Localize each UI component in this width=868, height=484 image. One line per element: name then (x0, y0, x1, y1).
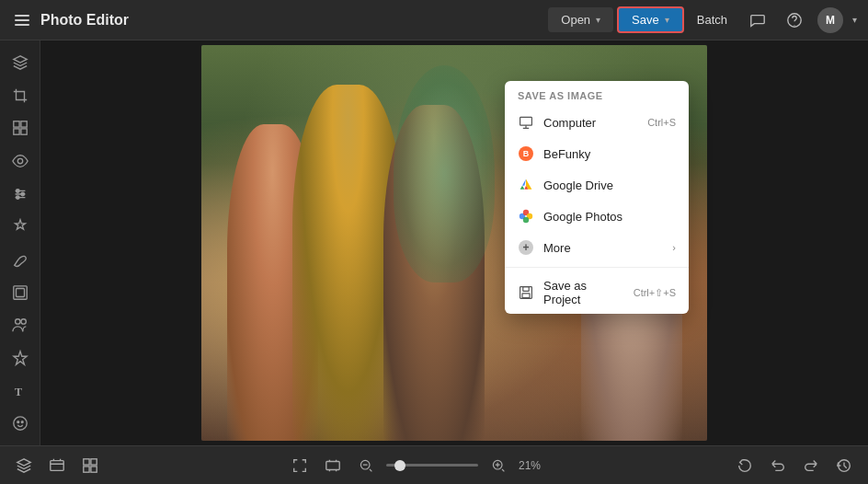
history-undo-button[interactable] (831, 453, 857, 478)
svg-point-26 (523, 217, 529, 223)
svg-rect-1 (13, 121, 18, 127)
sidebar-item-stickers[interactable] (4, 409, 37, 438)
svg-point-5 (17, 158, 22, 163)
bottom-left (11, 453, 103, 478)
save-chevron-icon: ▾ (665, 15, 669, 25)
zoom-slider[interactable] (386, 464, 478, 467)
svg-rect-10 (16, 288, 24, 296)
layers-toggle-button[interactable] (11, 453, 37, 478)
befunky-label: BeFunky (543, 147, 590, 161)
avatar-chevron-icon: ▾ (852, 15, 857, 25)
svg-rect-2 (20, 121, 26, 127)
view-grid-button[interactable] (77, 453, 103, 478)
svg-rect-4 (20, 129, 26, 134)
svg-rect-32 (91, 458, 97, 464)
svg-rect-28 (523, 287, 529, 292)
history-button[interactable] (44, 453, 70, 478)
sidebar-item-layers[interactable] (4, 48, 37, 77)
svg-rect-3 (13, 129, 18, 134)
fit-screen-button[interactable] (287, 453, 313, 478)
topbar: Photo Editor Open ▾ Save ▾ Batch M ▾ (0, 0, 868, 40)
left-sidebar: T (0, 40, 40, 445)
dropdown-header: Save as Image (505, 81, 689, 107)
svg-point-6 (16, 189, 19, 192)
sidebar-item-view[interactable] (4, 146, 37, 176)
save-button[interactable]: Save ▾ (617, 6, 684, 33)
avatar[interactable]: M (817, 7, 843, 33)
bottom-center: 21% (110, 453, 725, 478)
sidebar-item-paint[interactable] (4, 245, 37, 274)
svg-point-16 (21, 421, 23, 423)
zoom-label: 21% (519, 459, 548, 472)
rotate-left-button[interactable] (732, 453, 758, 478)
svg-marker-19 (522, 179, 526, 186)
svg-rect-17 (520, 117, 532, 125)
bottombar: 21% (0, 445, 868, 484)
save-project-label: Save as Project (543, 279, 624, 306)
svg-point-7 (20, 192, 24, 196)
svg-rect-34 (91, 466, 97, 471)
svg-point-12 (20, 319, 25, 324)
svg-rect-29 (522, 294, 530, 298)
sidebar-item-text[interactable]: T (4, 376, 37, 406)
main-area: T Save as Image (0, 40, 868, 445)
open-button[interactable]: Open ▾ (548, 7, 613, 32)
zoom-out-button[interactable] (353, 453, 379, 478)
save-project-item[interactable]: Save as Project Ctrl+⇧+S (505, 271, 689, 314)
sidebar-item-adjustments[interactable] (4, 179, 37, 209)
svg-text:T: T (14, 386, 22, 398)
topbar-right: M ▾ (744, 6, 857, 34)
svg-rect-31 (84, 458, 89, 464)
actual-size-button[interactable] (320, 453, 346, 478)
google-photos-label: Google Photos (543, 210, 622, 224)
chat-button[interactable] (744, 6, 771, 34)
bottom-right (732, 453, 857, 478)
undo-button[interactable] (765, 453, 791, 478)
zoom-in-button[interactable] (485, 453, 511, 478)
more-plus-icon: + (518, 239, 534, 256)
open-chevron-icon: ▾ (596, 15, 600, 25)
save-more-item[interactable]: + More › (505, 232, 689, 263)
help-button[interactable] (781, 6, 808, 34)
svg-point-11 (15, 319, 19, 324)
sidebar-item-effects[interactable] (4, 212, 37, 241)
topbar-left: Photo Editor (11, 11, 541, 29)
svg-point-15 (17, 421, 18, 423)
computer-shortcut: Ctrl+S (647, 117, 676, 128)
more-label: More (543, 241, 571, 255)
computer-icon (518, 114, 534, 131)
save-computer-item[interactable]: Computer Ctrl+S (505, 107, 689, 138)
sidebar-item-graphics[interactable] (4, 343, 37, 373)
redo-button[interactable] (798, 453, 824, 478)
save-google-drive-item[interactable]: Google Drive (505, 169, 689, 201)
save-project-shortcut: Ctrl+⇧+S (634, 287, 676, 299)
sidebar-item-crop[interactable] (4, 81, 37, 110)
save-google-photos-item[interactable]: Google Photos (505, 201, 689, 232)
svg-rect-33 (84, 466, 89, 471)
save-befunky-item[interactable]: B BeFunky (505, 138, 689, 169)
google-photos-icon (518, 208, 534, 225)
save-project-icon (518, 284, 534, 301)
dropdown-divider (505, 267, 689, 268)
svg-point-14 (13, 417, 26, 430)
svg-rect-35 (326, 461, 339, 469)
menu-button[interactable] (11, 11, 33, 29)
google-drive-label: Google Drive (543, 179, 613, 192)
app-title: Photo Editor (40, 12, 129, 29)
svg-marker-20 (520, 186, 525, 190)
google-drive-icon (518, 177, 534, 193)
ghost-overlay (394, 65, 495, 283)
sidebar-item-frames[interactable] (4, 278, 37, 307)
sidebar-item-grid[interactable] (4, 113, 37, 143)
topbar-center: Open ▾ Save ▾ Batch (548, 6, 737, 33)
befunky-icon: B (518, 145, 534, 162)
sidebar-item-people[interactable] (4, 310, 37, 340)
svg-point-8 (16, 195, 19, 199)
svg-rect-30 (51, 460, 63, 470)
save-dropdown: Save as Image Computer Ctrl+S B BeFunky (505, 81, 689, 314)
computer-label: Computer (543, 116, 596, 130)
canvas-area[interactable]: Save as Image Computer Ctrl+S B BeFunky (40, 40, 868, 445)
more-chevron-icon: › (672, 242, 676, 253)
batch-button[interactable]: Batch (688, 7, 737, 32)
